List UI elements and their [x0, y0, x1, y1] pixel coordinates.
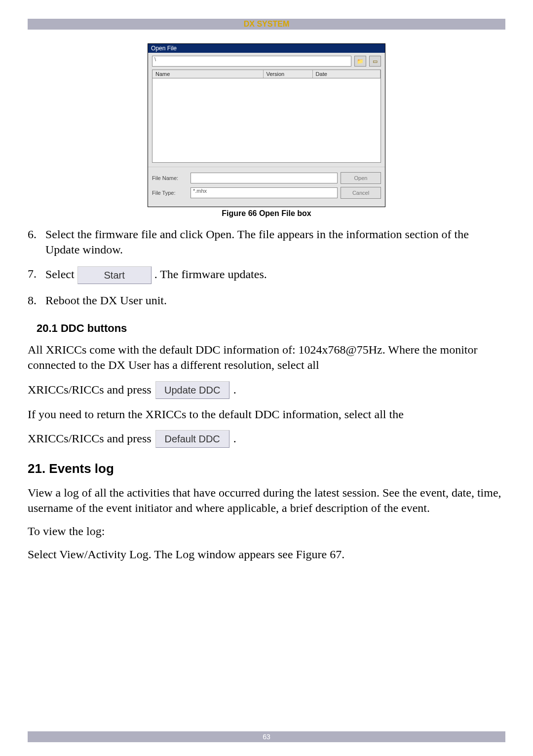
- column-name[interactable]: Name: [152, 70, 264, 78]
- step-6-text: Select the firmware file and click Open.…: [45, 227, 505, 257]
- file-list-body[interactable]: [152, 78, 381, 163]
- section-20-1-heading: 20.1 DDC buttons: [37, 322, 505, 336]
- open-file-dialog: Open File \ 📁 ▭ Name Version Date File N…: [148, 43, 385, 207]
- section-20-1-p1b-after: .: [233, 382, 236, 397]
- start-button[interactable]: Start: [77, 266, 152, 284]
- file-name-field[interactable]: [190, 173, 338, 183]
- file-type-value: *.mhx: [193, 188, 207, 194]
- section-21-p1: View a log of all the activities that ha…: [28, 485, 505, 516]
- page-footer-bar: 63: [28, 731, 505, 742]
- section-20-1-p2: If you need to return the XRICCs to the …: [28, 407, 505, 422]
- column-date[interactable]: Date: [313, 70, 381, 78]
- path-input[interactable]: \: [152, 56, 351, 67]
- start-button-label: Start: [104, 270, 125, 281]
- step-7-before: Select: [45, 268, 75, 281]
- step-8-number: 8.: [28, 293, 45, 308]
- section-20-1-p1b-before: XRICCs/RICCs and press: [28, 382, 152, 397]
- section-20-1-p3-after: .: [233, 431, 236, 446]
- step-7-after: . The firmware updates.: [154, 268, 267, 281]
- dialog-title: Open File: [151, 45, 177, 52]
- step-8-text: Reboot the DX User unit.: [45, 293, 505, 308]
- open-button-label: Open: [354, 175, 368, 181]
- default-ddc-button[interactable]: Default DDC: [155, 430, 229, 448]
- page-number: 63: [263, 733, 270, 741]
- figure-caption: Figure 66 Open File box: [28, 209, 505, 218]
- page-header-title: DX SYSTEM: [244, 20, 289, 28]
- cancel-button-label: Cancel: [352, 190, 369, 196]
- section-21-heading: 21. Events log: [28, 461, 505, 477]
- update-ddc-button-label: Update DDC: [164, 385, 220, 396]
- file-type-field[interactable]: *.mhx: [190, 187, 338, 198]
- open-button[interactable]: Open: [341, 172, 381, 184]
- file-list-header: Name Version Date: [152, 70, 381, 78]
- section-21-p3: Select View/Activity Log. The Log window…: [28, 547, 505, 562]
- cancel-button[interactable]: Cancel: [341, 187, 381, 199]
- view-list-icon[interactable]: ▭: [369, 56, 381, 67]
- section-21-p2: To view the log:: [28, 524, 505, 539]
- update-ddc-button[interactable]: Update DDC: [155, 381, 229, 399]
- file-name-label: File Name:: [152, 175, 188, 181]
- default-ddc-button-label: Default DDC: [165, 433, 220, 444]
- step-6-number: 6.: [28, 227, 45, 257]
- path-value: \: [154, 56, 156, 62]
- file-type-label: File Type:: [152, 190, 188, 196]
- column-version[interactable]: Version: [264, 70, 313, 78]
- folder-up-icon[interactable]: 📁: [354, 56, 366, 67]
- page-header-bar: DX SYSTEM: [28, 19, 505, 30]
- section-20-1-p1a: All XRICCs come with the default DDC inf…: [28, 342, 505, 373]
- step-7-number: 7.: [28, 266, 45, 284]
- section-20-1-p3-before: XRICCs/RICCs and press: [28, 431, 152, 446]
- dialog-title-bar: Open File: [148, 44, 385, 53]
